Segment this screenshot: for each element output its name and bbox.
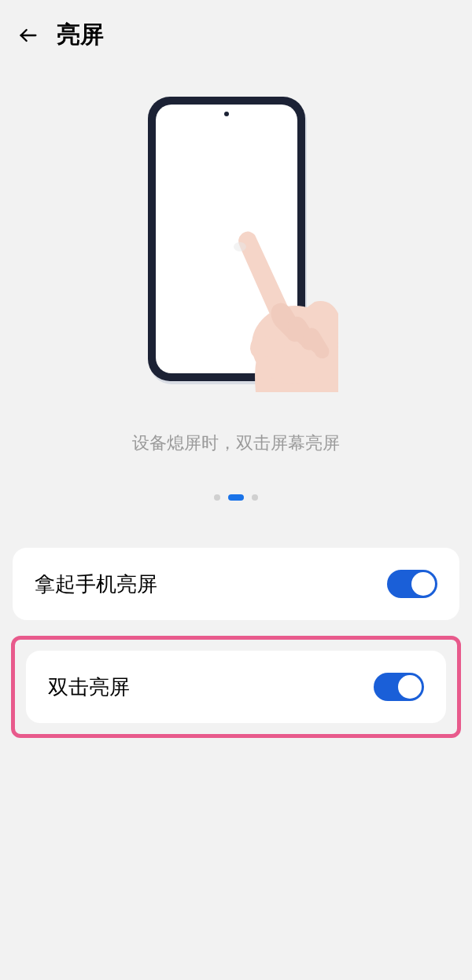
highlight-annotation: 双击亮屏 [11, 636, 461, 738]
svg-point-6 [234, 242, 246, 251]
pagination-dot[interactable] [252, 494, 258, 501]
setting-raise-to-wake[interactable]: 拿起手机亮屏 [13, 548, 459, 620]
settings-list: 拿起手机亮屏 双击亮屏 [0, 548, 472, 738]
toggle-switch[interactable] [387, 570, 437, 598]
toggle-knob [398, 675, 422, 699]
page-title: 亮屏 [57, 19, 104, 51]
phone-illustration [134, 94, 338, 392]
header: 亮屏 [0, 0, 472, 70]
toggle-switch[interactable] [374, 673, 424, 701]
illustration-description: 设备熄屏时，双击屏幕亮屏 [132, 431, 340, 455]
pagination-dots[interactable] [214, 494, 258, 501]
setting-label: 双击亮屏 [48, 674, 130, 701]
pagination-dot[interactable] [214, 494, 220, 501]
illustration-container: 设备熄屏时，双击屏幕亮屏 [0, 70, 472, 548]
back-icon[interactable] [16, 23, 41, 48]
toggle-knob [411, 572, 435, 596]
setting-label: 拿起手机亮屏 [35, 571, 157, 598]
setting-double-tap-wake[interactable]: 双击亮屏 [26, 651, 446, 723]
pagination-dot-active[interactable] [228, 494, 244, 501]
svg-point-4 [224, 112, 229, 116]
